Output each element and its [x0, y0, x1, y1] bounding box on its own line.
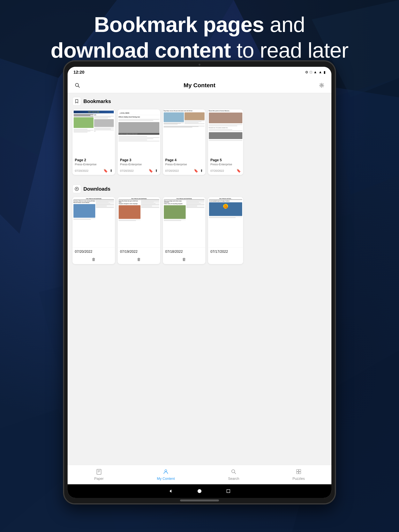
- downloads-section-header: Downloads: [68, 181, 331, 195]
- download-card-2-delete-btn[interactable]: 🗑: [137, 257, 141, 262]
- nav-my-content[interactable]: My Content: [153, 467, 179, 482]
- bookmark-card-1-thumb-content: START YOUR DAY HERE: [72, 109, 115, 156]
- bookmark-card-3-info: Page 4 Press-Enterprise: [163, 156, 205, 167]
- bookmark-card-3-footer: 07/20/2022 🔖 ⬆: [163, 167, 205, 175]
- android-back-btn[interactable]: [168, 488, 174, 494]
- download-card-3-info: 07/18/2022: [163, 248, 205, 256]
- downloads-cards-row: The Press-Enterprise Kershaw, Ohtani are…: [68, 195, 331, 268]
- signal-status-icon: ▲: [319, 70, 322, 74]
- bookmark-card-1-actions: 🔖 ⬆: [103, 169, 113, 173]
- bookmark-card-1-share-btn[interactable]: ⬆: [110, 169, 113, 173]
- bookmark-card-4-thumbnail: Board OKs parole of former Mexican... Ri…: [208, 109, 243, 156]
- status-time: 12:20: [73, 70, 84, 75]
- header-bold-2: download content: [51, 38, 231, 62]
- volume-down-btn[interactable]: [335, 160, 336, 176]
- svg-rect-29: [227, 489, 230, 493]
- side-buttons: [335, 139, 336, 176]
- android-recent-btn[interactable]: [225, 488, 231, 494]
- app-content[interactable]: Bookmarks START YOUR DAY HERE: [68, 93, 331, 465]
- svg-point-14: [321, 84, 322, 86]
- bookmark-card-2-bookmark-btn[interactable]: 🔖: [149, 169, 153, 173]
- download-card-3-delete-btn[interactable]: 🗑: [182, 257, 186, 262]
- bookmark-card-4-date: 07/20/2022: [210, 169, 224, 172]
- downloads-section-title: Downloads: [83, 186, 110, 192]
- bookmark-card-2[interactable]: ● LOCAL NEWS Officers fatally shoot flee…: [118, 109, 160, 175]
- bookmark-card-1-pub: Press-Enterprise: [75, 163, 113, 166]
- download-card-4-footer: [208, 256, 243, 260]
- svg-point-28: [198, 489, 201, 493]
- battery-status-icon: ▮: [324, 70, 326, 74]
- svg-rect-25: [296, 472, 298, 474]
- bookmark-card-1-info: Page 2 Press-Enterprise: [72, 156, 115, 167]
- bookmark-card-3-bookmark-btn[interactable]: 🔖: [194, 169, 198, 173]
- download-card-3-footer: 🗑: [163, 256, 205, 264]
- bookmark-card-3-page: Page 4: [165, 158, 203, 162]
- bookmark-card-4-pub: Press-Enterprise: [210, 163, 241, 166]
- download-card-2-info: 07/19/2022: [118, 248, 160, 256]
- paper-nav-label: Paper: [94, 477, 104, 481]
- download-card-3-date: 07/18/2022: [165, 250, 203, 254]
- status-bar: 12:20 ⚙ □ ▲ ▲ ▮: [68, 67, 331, 77]
- sim-status-icon: □: [310, 70, 312, 74]
- download-card-2-thumbnail: The Press-Enterprise Home Run Derby fans…: [118, 197, 160, 248]
- android-nav: [68, 484, 331, 498]
- download-card-3[interactable]: The Press-Enterprise Some say bridge wor…: [163, 197, 205, 264]
- bookmark-card-2-page: Page 3: [120, 158, 158, 162]
- search-nav-icon: [231, 469, 237, 476]
- svg-marker-27: [169, 489, 171, 493]
- download-card-1-info: 07/20/2022: [72, 248, 115, 256]
- download-card-2-date: 07/19/2022: [120, 250, 158, 254]
- search-header-button[interactable]: [73, 81, 81, 89]
- bottom-nav: Paper My Content Searc: [68, 465, 331, 484]
- nav-puzzles[interactable]: Puzzles: [289, 467, 309, 482]
- bookmark-card-3-thumbnail: Dog helps rescue 23-year-old owner who f…: [163, 109, 205, 156]
- section-divider: [68, 179, 331, 181]
- puzzles-nav-icon: [296, 469, 302, 476]
- download-card-3-thumbnail: The Press-Enterprise Some say bridge wor…: [163, 197, 205, 248]
- download-card-1-date: 07/20/2022: [75, 250, 113, 254]
- svg-point-20: [165, 470, 167, 472]
- download-card-4[interactable]: The Press-Enter... A rare baseball treat…: [208, 197, 243, 264]
- bookmarks-section-title: Bookmarks: [83, 98, 111, 104]
- bookmarks-section-header: Bookmarks: [68, 93, 331, 108]
- puzzles-nav-label: Puzzles: [292, 477, 305, 481]
- bookmark-card-3-share-btn[interactable]: ⬆: [200, 169, 203, 173]
- download-card-1-delete-btn[interactable]: 🗑: [92, 257, 96, 262]
- svg-rect-16: [97, 469, 101, 474]
- bookmark-card-1-page: Page 2: [75, 158, 113, 162]
- svg-line-22: [234, 472, 236, 474]
- bookmark-card-1-bookmark-btn[interactable]: 🔖: [103, 169, 108, 173]
- volume-up-btn[interactable]: [335, 139, 336, 154]
- bookmark-card-2-date: 07/20/2022: [120, 169, 134, 172]
- tablet-frame: 12:20 ⚙ □ ▲ ▲ ▮ My Content: [63, 60, 336, 504]
- tablet-screen: 12:20 ⚙ □ ▲ ▲ ▮ My Content: [68, 67, 331, 498]
- app-header: My Content: [68, 77, 331, 93]
- bookmark-card-4-info: Page 5 Press-Enterprise: [208, 156, 243, 167]
- bookmark-card-4-bookmark-btn[interactable]: 🔖: [237, 169, 241, 173]
- android-home-btn[interactable]: [197, 488, 202, 494]
- download-card-2[interactable]: The Press-Enterprise Home Run Derby fans…: [118, 197, 160, 264]
- bookmark-card-1[interactable]: START YOUR DAY HERE: [72, 109, 115, 175]
- nav-paper[interactable]: Paper: [90, 467, 108, 482]
- bookmark-card-4[interactable]: Board OKs parole of former Mexican... Ri…: [208, 109, 243, 175]
- my-content-nav-icon: [163, 469, 169, 476]
- my-content-nav-label: My Content: [157, 477, 175, 481]
- bookmark-card-3[interactable]: Dog helps rescue 23-year-old owner who f…: [163, 109, 205, 175]
- status-icons: ⚙ □ ▲ ▲ ▮: [305, 70, 326, 74]
- nav-search[interactable]: Search: [224, 467, 243, 482]
- download-card-4-date: 07/17/2022: [210, 250, 241, 254]
- bookmark-card-3-date: 07/20/2022: [165, 169, 179, 172]
- bookmark-card-2-share-btn[interactable]: ⬆: [155, 169, 158, 173]
- app-header-title: My Content: [184, 82, 215, 89]
- bookmark-card-2-pub: Press-Enterprise: [120, 163, 158, 166]
- download-card-1[interactable]: The Press-Enterprise Kershaw, Ohtani are…: [72, 197, 115, 264]
- wifi-status-icon: ▲: [314, 70, 317, 74]
- download-card-2-footer: 🗑: [118, 256, 160, 264]
- home-indicator: [180, 500, 219, 501]
- settings-header-button[interactable]: [318, 81, 326, 89]
- bookmark-card-1-footer: 07/20/2022 🔖 ⬆: [72, 167, 115, 175]
- header-bold-1: Bookmark pages: [94, 13, 264, 36]
- download-card-4-info: 07/17/2022: [208, 248, 243, 256]
- svg-marker-6: [331, 78, 399, 195]
- bookmarks-cards-row: START YOUR DAY HERE: [68, 108, 331, 179]
